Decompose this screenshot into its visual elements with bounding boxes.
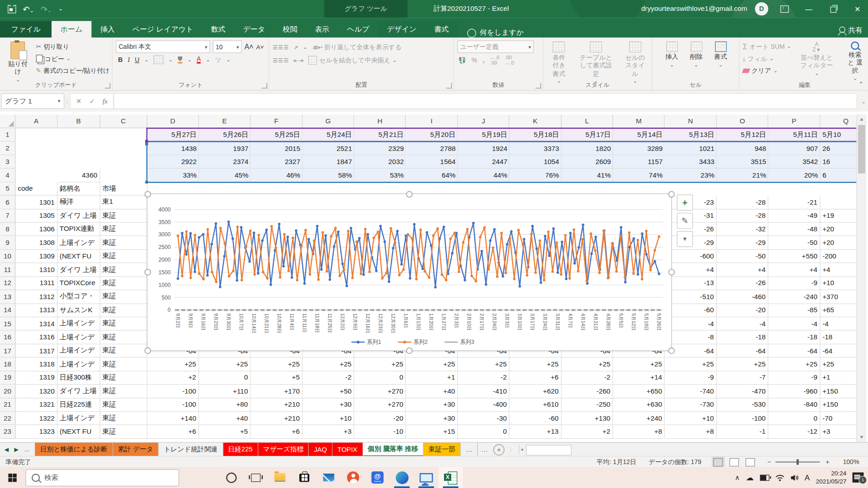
cell-value[interactable]: -240 <box>769 290 821 304</box>
row-header-4[interactable]: 4 <box>0 169 15 182</box>
cell-value[interactable]: +65 <box>820 304 856 317</box>
cell-series2-count[interactable]: 2447 <box>458 155 510 169</box>
cell-value[interactable]: -50 <box>769 236 821 250</box>
zoom-slider-thumb[interactable] <box>797 459 799 465</box>
cell-value[interactable]: -100 <box>147 398 199 412</box>
cell-series1-count[interactable]: 1021 <box>665 142 717 155</box>
cell-series2-count[interactable]: 2374 <box>199 155 251 169</box>
cell-value[interactable]: +10 <box>820 277 856 290</box>
row-header-19[interactable]: 19 <box>0 371 15 385</box>
excel-taskbar-button[interactable]: X <box>439 467 463 488</box>
sheet-tab-7[interactable]: TOPIX <box>332 443 363 457</box>
chart-selection-handle[interactable] <box>144 191 150 197</box>
cell-stock-market[interactable]: 東証 <box>100 385 147 398</box>
tabbar-splitter[interactable]: ⋮ <box>508 443 513 457</box>
cell-value[interactable]: +4 <box>769 263 821 277</box>
font-size-combo[interactable]: 10▾ <box>213 40 242 53</box>
cell-stock-code[interactable]: 1319 <box>15 371 57 385</box>
cell-value[interactable]: -9 <box>665 371 717 385</box>
cell-value[interactable]: +270 <box>354 398 406 412</box>
row-header-1[interactable]: 1 <box>0 128 15 142</box>
cell-ratio[interactable]: 74% <box>613 169 665 182</box>
cell-value[interactable]: -70 <box>820 412 856 425</box>
cell-stock-name[interactable]: ダイワ 上場 <box>57 385 100 398</box>
cell-stock-code[interactable]: 1306 <box>15 223 57 236</box>
delete-cells-button[interactable]: 削除⌄ <box>687 40 706 69</box>
column-header-B[interactable]: B <box>57 114 100 128</box>
cell-value[interactable]: 0 <box>354 371 406 385</box>
avatar[interactable]: D <box>755 2 768 15</box>
cell-value[interactable]: +25 <box>147 358 199 371</box>
cell-stock-name[interactable]: (NEXT FU <box>57 250 100 263</box>
scroll-down-arrow[interactable]: ▼ <box>857 433 867 442</box>
cell-value[interactable]: -64 <box>769 344 821 358</box>
cell-value[interactable]: +150 <box>820 398 856 412</box>
cell-value[interactable]: +170 <box>251 385 303 398</box>
sheet-tab-6[interactable]: JAQ <box>309 443 332 457</box>
sheet-tab-4[interactable]: 日経225 <box>223 443 258 457</box>
shrink-font-button[interactable]: A˅ <box>256 43 264 50</box>
cell-series1-count[interactable]: 1438 <box>147 142 199 155</box>
cell-date[interactable]: 5月27日 <box>147 128 199 142</box>
find-select-button[interactable]: 検索と 選択⌄ <box>842 40 868 83</box>
tab-formulas[interactable]: 数式 <box>202 21 234 38</box>
zoom-out-button[interactable]: − <box>767 459 771 465</box>
tab-chart-design[interactable]: デザイン <box>378 21 425 38</box>
cell-stock-code[interactable]: 1321 <box>15 398 57 412</box>
sheet-nav-more-icon[interactable]: … <box>24 446 31 452</box>
number-dialog-launcher[interactable] <box>535 83 541 88</box>
column-header-J[interactable]: J <box>458 114 510 128</box>
number-format-combo[interactable]: ユーザー定義▾ <box>458 40 534 53</box>
cell-value[interactable]: -840 <box>769 398 821 412</box>
cell-series1-count[interactable]: 948 <box>717 142 769 155</box>
chart-filters-button[interactable]: ▼ <box>677 231 693 247</box>
cell-value[interactable]: -960 <box>769 385 821 398</box>
cell-ratio[interactable]: 20% <box>769 169 821 182</box>
cell-value[interactable]: -200 <box>820 250 856 263</box>
cell-value[interactable] <box>820 196 856 209</box>
tellme-label[interactable]: 何をしますか <box>480 28 524 38</box>
cell-value[interactable]: +10 <box>302 412 354 425</box>
cell-stock-code[interactable]: 1301 <box>15 196 57 209</box>
column-header-N[interactable]: N <box>665 114 717 128</box>
row-header-15[interactable]: 15 <box>0 317 15 331</box>
cell-series2-count[interactable]: 1054 <box>509 155 561 169</box>
fill-button[interactable]: ⤓フィル⌄ <box>743 52 791 65</box>
cell-value[interactable]: -18 <box>717 331 769 344</box>
tab-view[interactable]: 表示 <box>306 21 338 38</box>
decrease-decimal-button[interactable]: .00→.0 <box>505 55 514 66</box>
cell-value[interactable]: +240 <box>613 412 665 425</box>
cell-value[interactable]: +25 <box>717 358 769 371</box>
cell-value[interactable]: -400 <box>458 398 510 412</box>
cell-stock-name[interactable]: 小型コア・ <box>57 290 100 304</box>
chart-selection-handle[interactable] <box>144 269 150 275</box>
cell-series2-count[interactable]: 1564 <box>406 155 458 169</box>
autosum-button[interactable]: Σオート SUM⌄ <box>743 40 791 52</box>
people-app-button[interactable] <box>341 467 365 488</box>
cell-stock-code[interactable]: 1309 <box>15 250 57 263</box>
cell-value[interactable]: -48 <box>769 223 821 236</box>
cell-value[interactable]: 0 <box>458 425 510 439</box>
share-button[interactable]: 共有 <box>839 25 862 35</box>
chart-selection-handle[interactable] <box>668 347 674 353</box>
cell-stock-market[interactable]: 東証 <box>100 223 147 236</box>
cell-stock-code[interactable]: 1311 <box>15 277 57 290</box>
cell-value[interactable]: +40 <box>406 385 458 398</box>
namebox-splitter[interactable]: ⋮ <box>64 98 70 104</box>
cell-ratio[interactable]: 45% <box>199 169 251 182</box>
sheet-tab-3[interactable]: トレンド統計関連 <box>159 443 223 457</box>
cell-value[interactable]: +610 <box>509 398 561 412</box>
cell-value[interactable]: +5 <box>199 425 251 439</box>
italic-button[interactable]: I <box>127 56 130 63</box>
formula-bar-expand-chevron[interactable]: ⌄ <box>859 98 868 104</box>
cell-value[interactable]: +25 <box>199 358 251 371</box>
name-box[interactable]: グラフ 1▾ <box>1 94 64 109</box>
cell-series2-count[interactable]: 2032 <box>354 155 406 169</box>
cell-stock-code[interactable]: 1316 <box>15 331 57 344</box>
cell-value[interactable]: +270 <box>354 385 406 398</box>
insert-cells-button[interactable]: 挿入⌄ <box>662 40 682 69</box>
row-header-23[interactable]: 23 <box>0 425 15 439</box>
chart-selection-handle[interactable] <box>668 269 674 275</box>
cell-stock-name[interactable]: 上場インデ <box>57 412 100 425</box>
cell-stock-market[interactable]: 東証 <box>100 236 147 250</box>
